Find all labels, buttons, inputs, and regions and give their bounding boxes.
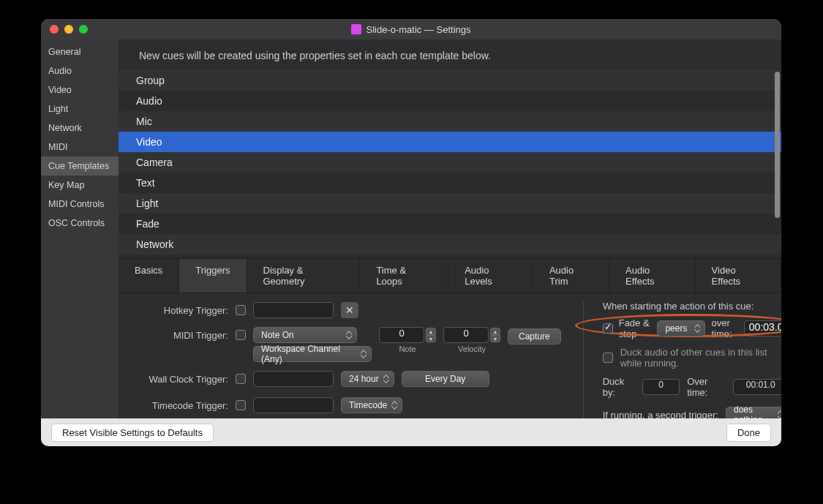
tab-audio-levels[interactable]: Audio Levels: [448, 259, 533, 293]
duck-checkbox[interactable]: [603, 353, 613, 363]
midi-vel-stepper[interactable]: ▲▼: [490, 328, 500, 342]
fade-stop-label: Fade & stop: [619, 317, 652, 339]
fade-stop-time-input[interactable]: 00:03.0: [744, 320, 781, 336]
window-title: Slide-o-matic — Settings: [366, 24, 470, 35]
zoom-icon[interactable]: [79, 25, 88, 34]
second-trigger-select[interactable]: does nothing: [726, 407, 781, 418]
midi-checkbox[interactable]: [236, 330, 246, 340]
settings-sidebar: GeneralAudioVideoLightNetworkMIDICue Tem…: [41, 40, 119, 418]
duck-over-label: Over time:: [687, 376, 726, 398]
sidebar-item-key-map[interactable]: Key Map: [41, 176, 119, 195]
cue-template-row[interactable]: Text: [119, 173, 781, 193]
hint-text: New cues will be created using the prope…: [119, 40, 781, 70]
second-trigger-label: If running, a second trigger:: [603, 410, 718, 419]
sidebar-item-network[interactable]: Network: [41, 119, 119, 138]
timecode-label: Timecode Trigger:: [133, 400, 228, 411]
cue-template-row[interactable]: Audio: [119, 91, 781, 111]
scrollbar-track[interactable]: [775, 72, 780, 257]
tab-display-geometry[interactable]: Display & Geometry: [247, 259, 361, 293]
midi-channel-select[interactable]: Workspace Channel (Any): [253, 346, 372, 362]
settings-window: Slide-o-matic — Settings GeneralAudioVid…: [41, 19, 781, 446]
footer: Reset Visible Settings to Defaults Done: [41, 418, 781, 446]
hotkey-input[interactable]: [253, 302, 334, 318]
cue-template-row[interactable]: Video: [119, 132, 781, 152]
reset-defaults-button[interactable]: Reset Visible Settings to Defaults: [51, 424, 214, 442]
wallclock-mode-select[interactable]: 24 hour: [341, 371, 394, 387]
wallclock-checkbox[interactable]: [236, 374, 246, 384]
midi-capture-button[interactable]: Capture: [508, 328, 561, 345]
cue-template-row[interactable]: Fade: [119, 214, 781, 234]
action-header: When starting the action of this cue:: [603, 301, 781, 312]
cue-template-list[interactable]: GroupAudioMicVideoCameraTextLightFadeNet…: [119, 70, 781, 258]
tab-basics[interactable]: Basics: [119, 259, 179, 293]
hotkey-checkbox[interactable]: [236, 305, 246, 315]
duck-over-input[interactable]: 00:01.0: [733, 379, 781, 395]
sidebar-item-video[interactable]: Video: [41, 80, 119, 99]
timecode-mode-select[interactable]: Timecode: [341, 397, 402, 413]
duck-by-input[interactable]: 0: [642, 379, 680, 395]
minimize-icon[interactable]: [64, 25, 73, 34]
sidebar-item-osc-controls[interactable]: OSC Controls: [41, 214, 119, 233]
sidebar-item-general[interactable]: General: [41, 42, 119, 61]
tab-audio-effects[interactable]: Audio Effects: [609, 259, 696, 293]
cue-template-row[interactable]: Mic: [119, 111, 781, 132]
midi-note-input[interactable]: 0: [379, 327, 424, 343]
wallclock-input[interactable]: [253, 371, 334, 387]
sidebar-item-audio[interactable]: Audio: [41, 61, 119, 80]
fade-stop-over-label: over time:: [711, 317, 737, 339]
tab-triggers[interactable]: Triggers: [179, 259, 247, 293]
wallclock-days-button[interactable]: Every Day: [402, 371, 489, 387]
tab-time-loops[interactable]: Time & Loops: [360, 259, 448, 293]
tab-video-effects[interactable]: Video Effects: [696, 259, 781, 293]
titlebar: Slide-o-matic — Settings: [41, 19, 781, 40]
sidebar-item-cue-templates[interactable]: Cue Templates: [41, 157, 119, 176]
cue-template-row[interactable]: MIDI: [119, 255, 781, 258]
hotkey-label: Hotkey Trigger:: [133, 305, 228, 316]
cue-template-row[interactable]: Camera: [119, 152, 781, 173]
app-icon: [351, 24, 361, 34]
cue-template-row[interactable]: Network: [119, 234, 781, 255]
midi-type-select[interactable]: Note On: [253, 327, 357, 343]
sidebar-item-light[interactable]: Light: [41, 99, 119, 119]
cue-template-row[interactable]: Group: [119, 70, 781, 91]
midi-label: MIDI Trigger:: [133, 327, 228, 341]
midi-vel-input[interactable]: 0: [443, 327, 489, 343]
tab-audio-trim[interactable]: Audio Trim: [533, 259, 609, 293]
sidebar-item-midi[interactable]: MIDI: [41, 138, 119, 157]
midi-note-caption: Note: [380, 345, 435, 353]
midi-vel-caption: Velocity: [444, 345, 500, 353]
cue-template-row[interactable]: Light: [119, 193, 781, 214]
duck-label: Duck audio of other cues in this list wh…: [620, 347, 781, 369]
timecode-input[interactable]: [253, 397, 334, 413]
close-icon[interactable]: [50, 25, 59, 34]
duck-by-label: Duck by:: [603, 376, 636, 398]
timecode-checkbox[interactable]: [236, 400, 246, 410]
scrollbar-thumb[interactable]: [775, 72, 780, 218]
midi-note-stepper[interactable]: ▲▼: [426, 328, 436, 342]
wallclock-label: Wall Clock Trigger:: [133, 374, 228, 385]
fade-stop-checkbox[interactable]: [603, 323, 613, 334]
inspector-tabs: BasicsTriggersDisplay & GeometryTime & L…: [119, 258, 781, 293]
hotkey-clear-button[interactable]: ✕: [341, 302, 358, 318]
triggers-panel: Hotkey Trigger: ✕ MIDI Trigger: Note On …: [119, 293, 781, 418]
done-button[interactable]: Done: [726, 424, 771, 442]
fade-stop-target-select[interactable]: peers: [657, 320, 705, 336]
sidebar-item-midi-controls[interactable]: MIDI Controls: [41, 195, 119, 214]
